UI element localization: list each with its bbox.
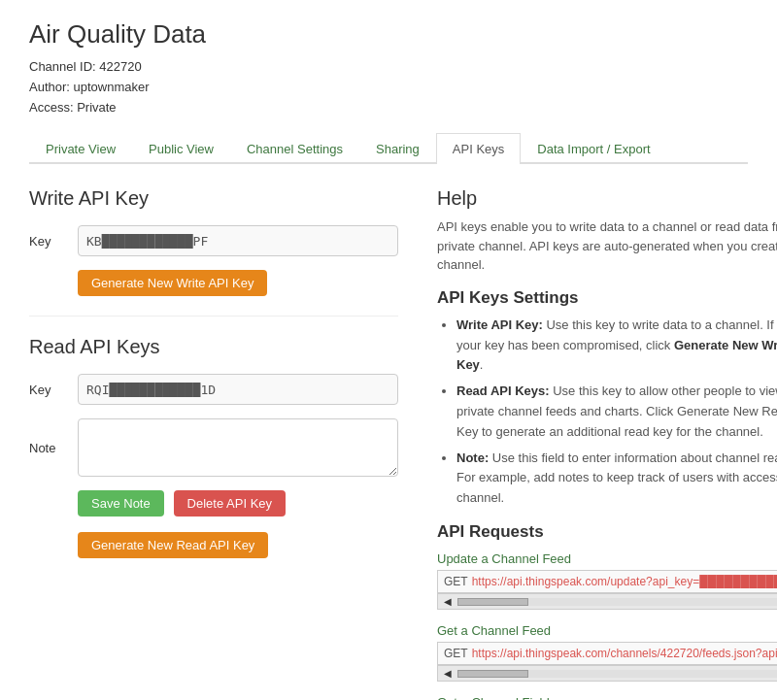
api-request-name-2[interactable]: Get a Channel Field — [437, 695, 777, 700]
tab-private-view[interactable]: Private View — [29, 133, 132, 164]
tabs-bar: Private View Public View Channel Setting… — [29, 133, 748, 164]
api-method-0: GET — [444, 575, 468, 588]
scroll-left-0[interactable]: ◀ — [442, 596, 454, 607]
api-request-name-1[interactable]: Get a Channel Feed — [437, 623, 777, 638]
note-textarea[interactable] — [78, 418, 398, 477]
help-bullet-1: Read API Keys: Use this key to allow oth… — [456, 382, 777, 442]
note-field-group: Note — [29, 418, 398, 477]
access-label: Access: — [29, 100, 74, 115]
read-api-section: Read API Keys Key Note Save Note Delete … — [29, 336, 398, 558]
help-bullet-0: Write API Key: Use this key to write dat… — [456, 316, 777, 376]
divider-1 — [29, 316, 398, 317]
scroll-left-1[interactable]: ◀ — [442, 668, 454, 679]
api-requests-title: API Requests — [437, 522, 777, 542]
scroll-handle-0 — [457, 598, 528, 606]
tab-public-view[interactable]: Public View — [132, 133, 230, 164]
api-request-name-0[interactable]: Update a Channel Feed — [437, 551, 777, 566]
write-key-field-group: Key — [29, 225, 398, 256]
help-title: Help — [437, 187, 777, 210]
write-api-key-input[interactable] — [78, 225, 398, 256]
scroll-handle-1 — [457, 670, 528, 678]
api-request-1: Get a Channel Feed GET https://api.thing… — [437, 623, 777, 682]
page-container: Air Quality Data Channel ID: 422720 Auth… — [0, 0, 777, 700]
author-label: Author: — [29, 80, 70, 94]
tab-api-keys[interactable]: API Keys — [436, 133, 521, 164]
help-bullets-list: Write API Key: Use this key to write dat… — [456, 316, 777, 509]
api-request-0: Update a Channel Feed GET https://api.th… — [437, 551, 777, 610]
generate-read-key-row: Generate New Read API Key — [78, 532, 398, 558]
main-content: Write API Key Key Generate New Write API… — [29, 187, 748, 700]
tab-data-import-export[interactable]: Data Import / Export — [521, 133, 666, 164]
api-keys-settings-title: API Keys Settings — [437, 288, 777, 308]
channel-id-value: 422720 — [99, 59, 141, 74]
tab-channel-settings[interactable]: Channel Settings — [230, 133, 359, 164]
read-key-field-group: Key — [29, 374, 398, 405]
api-method-1: GET — [444, 647, 468, 660]
channel-id-label: Channel ID: — [29, 59, 96, 74]
api-url-box-1: GET https://api.thingspeak.com/channels/… — [437, 642, 777, 665]
help-description: API keys enable you to write data to a c… — [437, 217, 777, 275]
api-url-text-1: https://api.thingspeak.com/channels/4227… — [472, 647, 777, 660]
api-url-box-0: GET https://api.thingspeak.com/update?ap… — [437, 570, 777, 593]
read-api-action-buttons: Save Note Delete API Key — [78, 490, 398, 517]
write-key-label: Key — [29, 234, 78, 249]
scroll-track-0 — [457, 598, 777, 606]
read-api-key-input[interactable] — [78, 374, 398, 405]
author-value: uptownmaker — [74, 80, 150, 94]
generate-write-key-button[interactable]: Generate New Write API Key — [78, 270, 267, 296]
right-panel: Help API keys enable you to write data t… — [437, 187, 777, 700]
left-panel: Write API Key Key Generate New Write API… — [29, 187, 398, 700]
read-api-section-title: Read API Keys — [29, 336, 398, 358]
note-label: Note — [29, 441, 78, 455]
api-scrollbar-1[interactable]: ◀ ▶ — [437, 665, 777, 682]
api-request-2: Get a Channel Field GET https://api.thin… — [437, 695, 777, 700]
save-note-button[interactable]: Save Note — [78, 490, 164, 517]
api-url-text-0: https://api.thingspeak.com/update?api_ke… — [472, 575, 777, 588]
tab-sharing[interactable]: Sharing — [359, 133, 436, 164]
read-key-label: Key — [29, 383, 78, 397]
meta-info: Channel ID: 422720 Author: uptownmaker A… — [29, 57, 748, 117]
delete-api-key-button[interactable]: Delete API Key — [174, 490, 286, 517]
write-api-section-title: Write API Key — [29, 187, 398, 210]
help-bullet-2: Note: Use this field to enter informatio… — [456, 449, 777, 509]
scroll-track-1 — [457, 670, 777, 678]
access-value: Private — [77, 100, 116, 115]
api-scrollbar-0[interactable]: ◀ ▶ — [437, 593, 777, 610]
page-title: Air Quality Data — [29, 19, 748, 50]
generate-read-key-button[interactable]: Generate New Read API Key — [78, 532, 268, 558]
